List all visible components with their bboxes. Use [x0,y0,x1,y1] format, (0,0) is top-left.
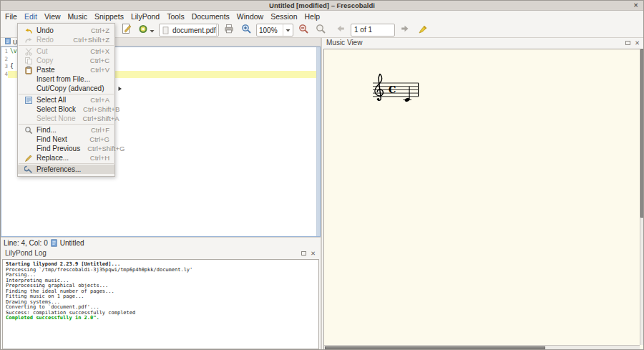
menu-separator [19,163,114,164]
window-title: Untitled [modified] – Frescobaldi [269,1,375,9]
menu-item-undo[interactable]: UndoCtrl+Z [18,26,114,35]
menubar-item-view[interactable]: View [41,11,64,23]
menubar-item-documents[interactable]: Documents [188,11,233,23]
menu-separator [19,45,114,46]
music-hscroll-thumb[interactable] [325,346,545,349]
menu-item-label: Find Previous [36,145,80,152]
menu-item-redo: RedoCtrl+Shift+Z [18,35,114,44]
menu-item-find-next[interactable]: Find NextCtrl+G [18,135,114,144]
music-view-panel: Music View ✕ C [322,38,644,350]
find-icon [24,126,33,135]
menu-item-shortcut: Ctrl+Shift+A [82,115,119,122]
menu-item-label: Cut/Copy (advanced) [36,84,104,92]
dock-close-icon[interactable]: ✕ [635,39,640,47]
menu-item-copy: CopyCtrl+C [18,56,114,65]
statusbar-document-name: Untitled [60,239,84,247]
document-select[interactable]: document.pdf [159,24,219,37]
dock-close-icon[interactable]: ✕ [311,250,316,257]
zoom-in-button[interactable] [239,24,253,37]
music-horizontal-scrollbar[interactable] [324,345,640,350]
menubar-item-lilypond[interactable]: LilyPond [127,11,163,23]
menubar-item-edit[interactable]: Edit [21,11,41,23]
copy-icon [24,57,33,65]
menu-item-shortcut: Ctrl+H [90,154,109,162]
document-select-value: document.pdf [170,26,216,34]
menu-item-preferences[interactable]: Preferences... [18,165,114,174]
menubar-item-help[interactable]: Help [301,11,324,23]
menubar-item-snippets[interactable]: Snippets [91,11,127,23]
menubar-item-music[interactable]: Music [64,11,91,23]
menu-item-shortcut: Ctrl+V [90,66,109,74]
log-output: Starting lilypond 2.23.9 [Untitled]...Pr… [2,259,319,349]
next-page-button[interactable] [398,24,412,37]
menu-item-cut-copy-advanced[interactable]: Cut/Copy (advanced) [18,84,114,93]
editor-scrollbar-thumb[interactable] [317,47,320,236]
music-page[interactable]: C [323,49,644,350]
menu-item-label: Undo [36,26,84,34]
log-line: Processing `/tmp/frescobaldi-3j35pqwi/tm… [6,268,316,273]
caret-down-icon [283,24,293,36]
menu-item-label: Select None [36,115,75,122]
caret-down-icon [150,24,155,37]
menubar-item-window[interactable]: Window [233,11,267,23]
music-panel-header: Music View ✕ [322,38,644,48]
dock-float-icon[interactable] [625,41,630,45]
document-icon [51,239,57,247]
edit-in-place-button[interactable] [119,24,134,37]
cursor-position: Line: 4, Col: 0 [4,239,48,247]
menu-item-replace[interactable]: Replace...Ctrl+H [18,153,114,162]
music-vscroll-thumb[interactable] [640,49,644,218]
lilypond-log-panel: LilyPond Log ✕ Starting lilypond 2.23.9 … [1,248,321,350]
document-icon [161,26,170,34]
editor-scrollbar[interactable] [316,47,320,236]
menu-item-cut: CutCtrl+X [18,47,114,56]
menu-item-insert-from-file[interactable]: Insert from File... [18,74,114,84]
menu-item-select-all[interactable]: Select AllCtrl+A [18,95,114,104]
page-number-field[interactable]: 1 of 1 [351,24,395,37]
engrave-button[interactable] [137,24,156,37]
menu-item-label: Redo [36,36,66,44]
menu-item-shortcut: Ctrl+Shift+Z [73,36,109,44]
frescobaldi-window: Untitled [modified] – Frescobaldi ✕ File… [0,0,644,350]
menu-item-paste[interactable]: PasteCtrl+V [18,65,114,74]
lilypond-icon [138,23,150,37]
menu-separator [19,124,114,125]
music-panel-title: Music View [326,39,362,47]
redo-icon [24,36,33,44]
magnifier-button[interactable] [313,24,328,37]
line-text [8,56,10,64]
highlight-button[interactable] [415,24,429,37]
log-panel-title: LilyPond Log [5,249,47,257]
arrow-left-icon [336,24,346,37]
line-number: 4 [1,71,8,79]
print-button[interactable] [222,24,236,37]
menu-item-find-previous[interactable]: Find PreviousCtrl+Shift+G [18,144,114,153]
zoom-select[interactable]: 100% [256,24,293,37]
titlebar: Untitled [modified] – Frescobaldi ✕ [1,1,643,11]
select-all-icon [24,96,33,104]
menu-item-label: Preferences... [36,165,102,173]
undo-icon [24,26,33,35]
menubar-item-tools[interactable]: Tools [163,11,188,23]
menu-item-select-none: Select NoneCtrl+Shift+A [18,114,114,123]
log-panel-header: LilyPond Log ✕ [1,248,321,258]
menu-item-shortcut: Ctrl+Shift+G [87,145,125,152]
menu-item-find[interactable]: Find...Ctrl+F [18,125,114,135]
menubar-item-file[interactable]: File [1,11,21,23]
window-close-icon[interactable]: ✕ [633,2,638,9]
dock-float-icon[interactable] [301,251,306,256]
paste-icon [24,66,33,74]
menu-item-select-block[interactable]: Select BlockCtrl+Shift+B [18,104,114,114]
music-vertical-scrollbar[interactable] [640,49,644,345]
print-icon [223,23,235,37]
zoom-out-button[interactable] [296,24,311,37]
zoom-out-icon [298,24,309,37]
replace-icon [24,154,33,162]
menu-item-label: Copy [36,57,83,64]
menubar-item-session[interactable]: Session [267,11,301,23]
music-notation[interactable]: C [369,72,426,112]
menu-item-label: Select Block [36,105,76,113]
zoom-in-icon [241,24,252,37]
menu-item-label: Find Next [36,135,82,143]
menu-item-label: Insert from File... [36,75,102,83]
